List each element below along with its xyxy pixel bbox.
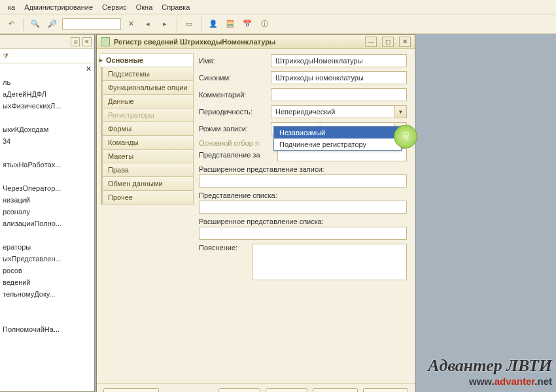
ext-record-presentation-input[interactable]: [199, 174, 407, 188]
help-button[interactable]: Справка: [363, 388, 408, 393]
comment-input[interactable]: [271, 88, 407, 101]
side-tabs: Основные Подсистемы Функциональные опции…: [97, 49, 194, 383]
calc-icon[interactable]: 🧮: [223, 17, 237, 31]
watermark-url-post: .net: [534, 376, 552, 387]
toolbar: ↶ 🔍 🔎 ✕ ◂ ▸ ▭ 👤 🧮 📅 ⓘ: [0, 14, 556, 34]
tab-layouts[interactable]: Макеты: [101, 149, 194, 163]
periodicity-combo[interactable]: ▼: [271, 105, 407, 118]
tree-item[interactable]: ПолномочийНа...: [0, 323, 94, 335]
tree-item[interactable]: [0, 229, 94, 241]
tree-item[interactable]: ыкиКДоходам: [0, 123, 94, 135]
menu-item[interactable]: Справка: [158, 2, 194, 12]
tab-other[interactable]: Прочее: [101, 190, 194, 204]
funnel-icon[interactable]: ⧩: [3, 52, 9, 60]
minimize-button[interactable]: —: [365, 37, 377, 47]
tree-item[interactable]: тельномуДоку...: [0, 288, 94, 300]
dialog-title: Регистр сведений ШтрихкодыНоменклатуры: [114, 38, 360, 46]
write-mode-label: Режим записи:: [199, 125, 269, 133]
tree-item[interactable]: низаций: [0, 194, 94, 206]
next-button[interactable]: Далее>: [266, 388, 308, 393]
tab-functional-options[interactable]: Функциональные опции: [101, 80, 194, 95]
tree-item[interactable]: ведений: [0, 276, 94, 288]
ext-list-presentation-label: Расширенное представление списка:: [199, 218, 407, 225]
tab-data-exchange[interactable]: Обмен данными: [101, 176, 194, 191]
maximize-button[interactable]: ◻: [382, 37, 394, 47]
comment-label: Комментарий:: [199, 91, 269, 99]
synonym-input[interactable]: [271, 71, 407, 84]
find-icon[interactable]: 🔍: [28, 17, 43, 31]
user-icon[interactable]: 👤: [206, 17, 220, 31]
tree-item[interactable]: ыхПредставлен...: [0, 253, 94, 265]
tree-item[interactable]: ыхФизическихЛ...: [0, 100, 94, 112]
dropdown-option[interactable]: Подчинение регистратору: [274, 139, 401, 150]
close-icon[interactable]: ✕: [82, 37, 92, 46]
menubar: ка Администрирование Сервис Окна Справка: [0, 0, 556, 14]
tab-data[interactable]: Данные: [101, 94, 194, 108]
register-icon: [101, 37, 110, 46]
info-icon[interactable]: ⓘ: [257, 17, 271, 31]
watermark-url-pre: www.: [469, 376, 495, 387]
tree-item[interactable]: ль: [0, 76, 94, 88]
tree-item[interactable]: ализацииПолно...: [0, 218, 94, 229]
menu-item[interactable]: Окна: [132, 2, 157, 12]
list-presentation-input[interactable]: [199, 201, 407, 214]
nav-next-icon[interactable]: ▸: [158, 17, 172, 31]
tree-item[interactable]: [0, 312, 94, 323]
tree-item[interactable]: росов: [0, 265, 94, 276]
menu-item[interactable]: Администрирование: [20, 2, 97, 12]
back-button[interactable]: <Назад: [218, 388, 260, 393]
tree-body[interactable]: ль аДетейНДФЛ ыхФизическихЛ... ыкиКДоход…: [0, 75, 94, 336]
tab-recorders[interactable]: Регистраторы: [101, 108, 194, 122]
tree-item[interactable]: ятыхНаРаботах...: [0, 159, 94, 171]
ext-record-presentation-label: Расширенное представление записи:: [199, 165, 407, 173]
tab-rights[interactable]: Права: [101, 163, 194, 177]
tree-item[interactable]: [0, 171, 94, 182]
periodicity-value[interactable]: [271, 105, 407, 118]
cursor-hand-icon: ☟: [394, 125, 417, 148]
name-label: Имя:: [199, 57, 269, 65]
nav-prev-icon[interactable]: ◂: [141, 17, 155, 31]
close-button[interactable]: ✕: [399, 37, 411, 47]
metadata-tree-panel: ⎚ ✕ ⧩ ✕ ль аДетейНДФЛ ыхФизическихЛ... ы…: [0, 34, 95, 392]
chevron-down-icon[interactable]: ▼: [394, 106, 406, 118]
dropdown-option[interactable]: Независимый: [274, 127, 401, 139]
menu-item[interactable]: ка: [4, 2, 19, 12]
calendar-icon[interactable]: 📅: [240, 17, 254, 31]
tree-item[interactable]: рсоналу: [0, 206, 94, 218]
form-area: Имя: Синоним: Комментарий: Периодичность…: [194, 49, 415, 383]
watermark: Адвантер ЛВТИ www.advanter.net: [428, 356, 552, 387]
find2-icon[interactable]: 🔎: [45, 17, 60, 31]
clear-icon[interactable]: ✕: [124, 17, 138, 31]
dialog-titlebar[interactable]: Регистр сведений ШтрихкодыНоменклатуры —…: [97, 35, 415, 49]
tree-item[interactable]: [0, 300, 94, 312]
toolbar-btn[interactable]: ↶: [4, 17, 18, 31]
tab-subsystems[interactable]: Подсистемы: [101, 67, 194, 81]
close-icon[interactable]: ✕: [86, 65, 92, 74]
record-presentation-label: Представление за: [199, 151, 276, 159]
watermark-title: Адвантер ЛВТИ: [428, 356, 552, 376]
list-presentation-label: Представление списка:: [199, 191, 407, 199]
explanation-input[interactable]: [252, 244, 407, 280]
tree-item[interactable]: аДетейНДФЛ: [0, 88, 94, 100]
close-button[interactable]: Закрыть: [313, 388, 357, 393]
periodicity-label: Периодичность:: [199, 108, 269, 116]
tab-forms[interactable]: Формы: [101, 122, 194, 136]
tab-main[interactable]: Основные: [101, 53, 194, 67]
watermark-url-domain: advanter: [495, 376, 535, 387]
tree-item[interactable]: [0, 147, 94, 159]
tree-item[interactable]: 34: [0, 135, 94, 147]
actions-button[interactable]: Действия: [103, 388, 159, 393]
synonym-label: Синоним:: [199, 74, 269, 82]
ext-list-presentation-input[interactable]: [199, 227, 407, 240]
menu-item[interactable]: Сервис: [98, 2, 131, 12]
pin-icon[interactable]: ⎚: [71, 37, 80, 46]
tree-item[interactable]: [0, 112, 94, 123]
write-mode-dropdown[interactable]: Независимый Подчинение регистратору: [273, 126, 402, 151]
name-input[interactable]: [271, 54, 407, 67]
window-icon[interactable]: ▭: [182, 17, 196, 31]
tab-commands[interactable]: Команды: [101, 135, 194, 150]
tree-item[interactable]: ераторы: [0, 241, 94, 253]
explanation-label: Пояснение:: [199, 244, 251, 252]
search-box[interactable]: [62, 18, 121, 30]
tree-item[interactable]: ЧерезОператор...: [0, 182, 94, 194]
